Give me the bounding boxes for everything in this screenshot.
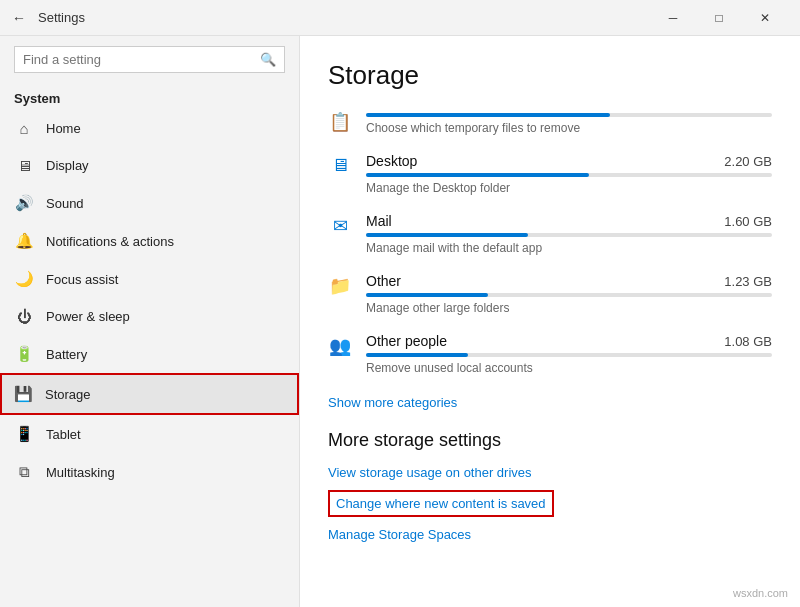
storage-icon: 💾 xyxy=(13,385,33,403)
battery-icon: 🔋 xyxy=(14,345,34,363)
power-icon: ⏻ xyxy=(14,308,34,325)
other-icon: 📁 xyxy=(328,275,352,297)
page-title: Storage xyxy=(328,60,772,91)
titlebar: ← Settings ─ □ ✕ xyxy=(0,0,800,36)
sidebar-item-label: Power & sleep xyxy=(46,309,130,324)
temp-icon: 📋 xyxy=(328,111,352,133)
storage-item-content: Other people 1.08 GB Remove unused local… xyxy=(366,333,772,375)
sidebar-item-display[interactable]: 🖥 Display xyxy=(0,147,299,184)
sidebar-item-label: Notifications & actions xyxy=(46,234,174,249)
sidebar-item-label: Focus assist xyxy=(46,272,118,287)
storage-bar-bg xyxy=(366,353,772,357)
maximize-button[interactable]: □ xyxy=(696,3,742,33)
multitasking-icon: ⧉ xyxy=(14,463,34,481)
storage-item-other-people: 👥 Other people 1.08 GB Remove unused loc… xyxy=(328,333,772,375)
show-more-link[interactable]: Show more categories xyxy=(328,395,457,410)
sidebar: 🔍 System ⌂ Home 🖥 Display 🔊 Sound 🔔 Noti… xyxy=(0,36,300,607)
content-area: Storage 📋 Choose which temporary files t… xyxy=(300,36,800,607)
change-new-content-link[interactable]: Change where new content is saved xyxy=(328,490,554,517)
storage-item-mail: ✉ Mail 1.60 GB Manage mail with the defa… xyxy=(328,213,772,255)
close-button[interactable]: ✕ xyxy=(742,3,788,33)
display-icon: 🖥 xyxy=(14,157,34,174)
search-input[interactable] xyxy=(23,52,260,67)
sidebar-item-focus[interactable]: 🌙 Focus assist xyxy=(0,260,299,298)
sidebar-item-tablet[interactable]: 📱 Tablet xyxy=(0,415,299,453)
sidebar-item-label: Display xyxy=(46,158,89,173)
sidebar-item-label: Sound xyxy=(46,196,84,211)
window-controls: ─ □ ✕ xyxy=(650,3,788,33)
sidebar-item-label: Battery xyxy=(46,347,87,362)
storage-item-header: Desktop 2.20 GB xyxy=(366,153,772,169)
mail-icon: ✉ xyxy=(328,215,352,237)
storage-item-temp: 📋 Choose which temporary files to remove xyxy=(328,109,772,135)
sidebar-item-label: Tablet xyxy=(46,427,81,442)
sidebar-item-multitasking[interactable]: ⧉ Multitasking xyxy=(0,453,299,491)
sidebar-item-label: Storage xyxy=(45,387,91,402)
view-other-drives-link[interactable]: View storage usage on other drives xyxy=(328,465,772,480)
storage-item-name: Desktop xyxy=(366,153,417,169)
storage-item-content: Other 1.23 GB Manage other large folders xyxy=(366,273,772,315)
storage-item-desc: Manage other large folders xyxy=(366,301,772,315)
storage-bar-fill xyxy=(366,353,468,357)
storage-bar-bg xyxy=(366,113,772,117)
storage-item-desc: Manage mail with the default app xyxy=(366,241,772,255)
more-settings-heading: More storage settings xyxy=(328,430,772,451)
sidebar-item-sound[interactable]: 🔊 Sound xyxy=(0,184,299,222)
sound-icon: 🔊 xyxy=(14,194,34,212)
tablet-icon: 📱 xyxy=(14,425,34,443)
sidebar-item-battery[interactable]: 🔋 Battery xyxy=(0,335,299,373)
sidebar-item-home[interactable]: ⌂ Home xyxy=(0,110,299,147)
storage-bar-fill xyxy=(366,233,528,237)
manage-storage-spaces-link[interactable]: Manage Storage Spaces xyxy=(328,527,772,542)
desktop-icon: 🖥 xyxy=(328,155,352,176)
storage-item-content: Choose which temporary files to remove xyxy=(366,109,772,135)
storage-item-name: Other people xyxy=(366,333,447,349)
storage-item-name: Mail xyxy=(366,213,392,229)
main-layout: 🔍 System ⌂ Home 🖥 Display 🔊 Sound 🔔 Noti… xyxy=(0,36,800,607)
sidebar-item-label: Multitasking xyxy=(46,465,115,480)
sidebar-section-label: System xyxy=(0,83,299,110)
sidebar-item-storage[interactable]: 💾 Storage xyxy=(0,373,299,415)
storage-item-header: Other people 1.08 GB xyxy=(366,333,772,349)
watermark: wsxdn.com xyxy=(733,587,788,599)
storage-item-size: 1.23 GB xyxy=(724,274,772,289)
storage-item-content: Desktop 2.20 GB Manage the Desktop folde… xyxy=(366,153,772,195)
minimize-button[interactable]: ─ xyxy=(650,3,696,33)
sidebar-item-notifications[interactable]: 🔔 Notifications & actions xyxy=(0,222,299,260)
storage-bar-fill xyxy=(366,293,488,297)
back-button[interactable]: ← xyxy=(12,10,26,26)
storage-bar-bg xyxy=(366,173,772,177)
storage-bar-fill xyxy=(366,173,589,177)
notifications-icon: 🔔 xyxy=(14,232,34,250)
storage-bar-bg xyxy=(366,233,772,237)
storage-item-desc: Manage the Desktop folder xyxy=(366,181,772,195)
storage-item-other: 📁 Other 1.23 GB Manage other large folde… xyxy=(328,273,772,315)
storage-item-name: Other xyxy=(366,273,401,289)
focus-icon: 🌙 xyxy=(14,270,34,288)
storage-item-size: 1.08 GB xyxy=(724,334,772,349)
storage-item-header: Mail 1.60 GB xyxy=(366,213,772,229)
storage-bar-bg xyxy=(366,293,772,297)
storage-item-size: 1.60 GB xyxy=(724,214,772,229)
storage-item-desktop: 🖥 Desktop 2.20 GB Manage the Desktop fol… xyxy=(328,153,772,195)
storage-bar-fill xyxy=(366,113,610,117)
search-icon: 🔍 xyxy=(260,52,276,67)
sidebar-item-label: Home xyxy=(46,121,81,136)
storage-item-desc: Choose which temporary files to remove xyxy=(366,121,772,135)
storage-item-desc: Remove unused local accounts xyxy=(366,361,772,375)
search-box[interactable]: 🔍 xyxy=(14,46,285,73)
home-icon: ⌂ xyxy=(14,120,34,137)
titlebar-title: Settings xyxy=(38,10,650,25)
other-people-icon: 👥 xyxy=(328,335,352,357)
storage-item-size: 2.20 GB xyxy=(724,154,772,169)
sidebar-item-power[interactable]: ⏻ Power & sleep xyxy=(0,298,299,335)
storage-item-content: Mail 1.60 GB Manage mail with the defaul… xyxy=(366,213,772,255)
storage-item-header: Other 1.23 GB xyxy=(366,273,772,289)
